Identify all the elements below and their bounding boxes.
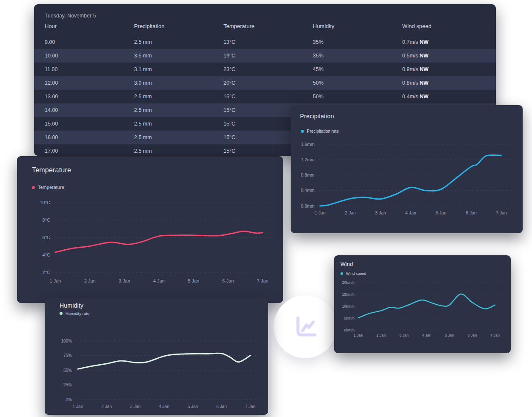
cell-wind-speed: 0.7m/s NW xyxy=(402,39,496,45)
cell-precipitation: 2.5 mm xyxy=(134,94,223,100)
cell-precipitation: 2.5 mm xyxy=(134,107,223,113)
cell-wind-speed: 0.5m/s NW xyxy=(402,53,496,59)
svg-text:0.8mm: 0.8mm xyxy=(301,172,315,177)
svg-text:6 Jan: 6 Jan xyxy=(222,278,234,283)
svg-text:2 Jan: 2 Jan xyxy=(84,278,96,283)
cell-humidity: 50% xyxy=(313,94,402,100)
cell-humidity: 50% xyxy=(313,80,402,86)
cell-temperature: 15°C xyxy=(223,94,313,100)
column-header-humidity: Humidity xyxy=(313,23,402,29)
svg-text:0km/h: 0km/h xyxy=(344,328,355,332)
cell-wind-speed: 0.8m/s NW xyxy=(402,80,496,86)
temperature-chart-panel: Temperature Temperature 10°C8°C6°C4°C2°C… xyxy=(17,156,283,303)
svg-text:6 Jan: 6 Jan xyxy=(467,333,477,337)
svg-text:7 Jan: 7 Jan xyxy=(496,210,507,215)
cell-wind-speed: 0.9m/s NW xyxy=(402,66,496,72)
column-header-precipitation: Precipitation xyxy=(134,23,223,29)
svg-text:4 Jan: 4 Jan xyxy=(159,404,169,409)
cell-temperature: 13°C xyxy=(223,39,313,45)
cell-hour: 10.00 xyxy=(45,53,134,59)
cell-precipitation: 2.5 mm xyxy=(134,134,223,140)
svg-text:4°C: 4°C xyxy=(43,252,51,257)
cell-precipitation: 2.5 mm xyxy=(134,121,223,127)
cell-precipitation: 3.1 mm xyxy=(134,66,223,72)
cell-temperature: 20°C xyxy=(223,80,313,86)
cell-hour: 16.00 xyxy=(45,134,134,140)
cell-hour: 17.00 xyxy=(45,148,134,154)
cell-hour: 9.00 xyxy=(45,39,134,45)
cell-wind-speed: 0.4m/s NW xyxy=(402,94,496,100)
table-date: Tuesday, November 5 xyxy=(45,13,96,19)
column-header-hour: Hour xyxy=(45,23,134,29)
cell-humidity: 35% xyxy=(313,39,402,45)
cell-precipitation: 3.5 mm xyxy=(134,53,223,59)
cell-hour: 12.00 xyxy=(45,80,134,86)
cell-hour: 14.00 xyxy=(45,107,134,113)
chart-badge-circle xyxy=(274,295,337,358)
svg-text:1 Jan: 1 Jan xyxy=(73,404,83,409)
svg-text:5km/h: 5km/h xyxy=(344,316,355,320)
svg-text:0.0mm: 0.0mm xyxy=(301,203,315,208)
humidity-line-chart: 100%75%50%25%0%1 Jan2 Jan3 Jan4 Jan5 Jan… xyxy=(45,298,268,415)
svg-text:3 Jan: 3 Jan xyxy=(399,333,409,337)
column-header-wind-speed: Wind speed xyxy=(402,23,496,29)
wind-line-chart: 20km/h15km/h10km/h5km/h0km/h1 Jan2 Jan3 … xyxy=(334,255,511,353)
svg-text:0%: 0% xyxy=(66,397,72,402)
svg-text:10km/h: 10km/h xyxy=(342,304,355,308)
svg-text:3 Jan: 3 Jan xyxy=(375,210,386,215)
svg-text:5 Jan: 5 Jan xyxy=(435,210,446,215)
svg-text:5 Jan: 5 Jan xyxy=(188,278,199,283)
cell-hour: 11.00 xyxy=(45,66,134,72)
cell-precipitation: 2.5 mm xyxy=(134,39,223,45)
temperature-line-chart: 10°C8°C6°C4°C2°C1 Jan2 Jan3 Jan4 Jan5 Ja… xyxy=(17,156,283,303)
table-header-row: Hour Precipitation Temperature Humidity … xyxy=(34,23,496,29)
humidity-chart-panel: Humidity Humidity rate 100%75%50%25%0%1 … xyxy=(45,298,268,415)
svg-text:50%: 50% xyxy=(63,368,72,373)
svg-text:25%: 25% xyxy=(63,383,72,387)
wind-chart-panel: Wind Wind speed 20km/h15km/h10km/h5km/h0… xyxy=(334,255,511,353)
cell-temperature: 19°C xyxy=(223,53,313,59)
svg-text:6°C: 6°C xyxy=(43,235,51,240)
svg-text:3 Jan: 3 Jan xyxy=(130,404,140,409)
svg-text:10°C: 10°C xyxy=(40,200,50,205)
table-row: 9.002.5 mm13°C35%0.7m/s NW xyxy=(34,35,496,49)
column-header-temperature: Temperature xyxy=(223,23,313,29)
svg-text:4 Jan: 4 Jan xyxy=(153,278,165,283)
line-chart-icon xyxy=(292,313,319,340)
svg-text:2 Jan: 2 Jan xyxy=(345,210,356,215)
precipitation-line-chart: 1.6mm1.2mm0.8mm0.4mm0.0mm1 Jan2 Jan3 Jan… xyxy=(291,105,523,233)
svg-text:1.2mm: 1.2mm xyxy=(301,157,315,162)
svg-text:7 Jan: 7 Jan xyxy=(245,404,255,409)
svg-text:5 Jan: 5 Jan xyxy=(445,333,454,337)
cell-precipitation: 3.0 mm xyxy=(134,80,223,86)
svg-text:1 Jan: 1 Jan xyxy=(354,333,363,337)
svg-text:7 Jan: 7 Jan xyxy=(257,278,269,283)
svg-text:6 Jan: 6 Jan xyxy=(216,404,226,409)
svg-text:100%: 100% xyxy=(61,339,72,343)
table-row: 12.003.0 mm20°C50%0.8m/s NW xyxy=(34,76,496,90)
cell-hour: 13.00 xyxy=(45,94,134,100)
svg-text:3 Jan: 3 Jan xyxy=(119,278,130,283)
svg-text:0.4mm: 0.4mm xyxy=(301,188,315,193)
svg-text:15km/h: 15km/h xyxy=(342,292,355,297)
svg-text:8°C: 8°C xyxy=(43,217,51,223)
cell-hour: 15.00 xyxy=(45,121,134,127)
cell-temperature: 23°C xyxy=(223,66,313,72)
table-row: 10.003.5 mm19°C35%0.5m/s NW xyxy=(34,49,496,63)
svg-text:1 Jan: 1 Jan xyxy=(50,278,61,283)
svg-text:1.6mm: 1.6mm xyxy=(301,142,315,147)
svg-text:75%: 75% xyxy=(63,353,72,358)
svg-text:20km/h: 20km/h xyxy=(342,280,355,285)
svg-text:6 Jan: 6 Jan xyxy=(466,210,477,215)
svg-text:2 Jan: 2 Jan xyxy=(101,404,112,409)
svg-text:7 Jan: 7 Jan xyxy=(490,333,500,337)
svg-text:5 Jan: 5 Jan xyxy=(188,404,198,409)
cell-humidity: 45% xyxy=(313,66,402,72)
table-row: 13.002.5 mm15°C50%0.4m/s NW xyxy=(34,90,496,103)
svg-text:2 Jan: 2 Jan xyxy=(376,333,386,337)
precipitation-chart-panel: Precipitation Precipitation rate 1.6mm1.… xyxy=(291,105,523,233)
svg-text:1 Jan: 1 Jan xyxy=(315,210,326,215)
svg-text:2°C: 2°C xyxy=(43,270,51,275)
cell-precipitation: 2.5 mm xyxy=(134,148,223,154)
table-row: 11.003.1 mm23°C45%0.9m/s NW xyxy=(34,63,496,76)
